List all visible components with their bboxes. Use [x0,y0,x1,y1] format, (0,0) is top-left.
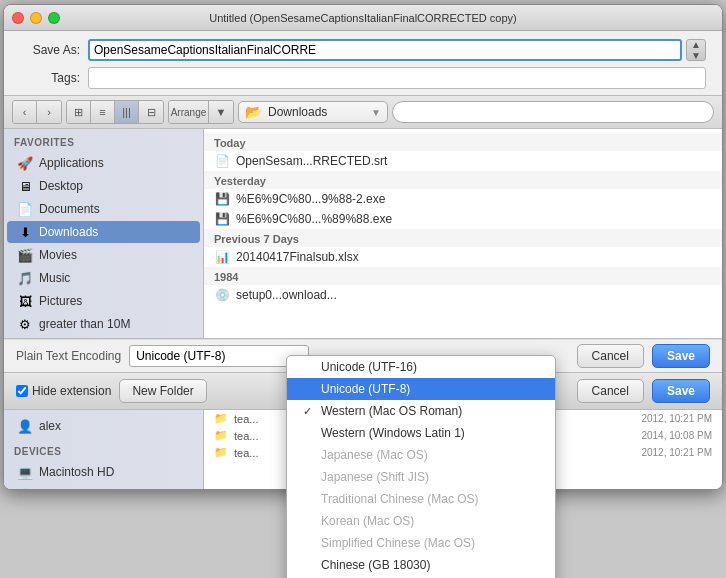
hide-extension-checkbox[interactable] [16,385,28,397]
sidebar-item-desktop-label: Desktop [39,179,83,193]
dropdown-item-simp-chinese[interactable]: Simplified Chinese (Mac OS) [287,532,555,554]
view-button-group: ⊞ ≡ ||| ⊟ [66,100,164,124]
sidebar-item-applications-label: Applications [39,156,104,170]
toolbar: ‹ › ⊞ ≡ ||| ⊟ Arrange ▼ 📂 Downloads ▼ [4,95,722,129]
cancel-button-encoding[interactable]: Cancel [577,344,644,368]
dropdown-item-unicode-utf16[interactable]: Unicode (UTF-16) [287,356,555,378]
new-folder-button[interactable]: New Folder [119,379,206,403]
extra-file-name: tea... [234,447,258,459]
sidebar-item-alex[interactable]: 👤 alex [7,415,200,437]
dropdown-item-trad-chinese[interactable]: Traditional Chinese (Mac OS) [287,488,555,510]
dropdown-item-unicode-utf8[interactable]: Unicode (UTF-8) [287,378,555,400]
dropdown-item-japanese-macos[interactable]: Japanese (Mac OS) [287,444,555,466]
greater10m-icon: ⚙ [17,316,33,332]
extra-file-date: 2012, 10:21 PM [641,413,712,424]
sidebar-item-macintosh-hd[interactable]: 💻 Macintosh HD [7,461,200,483]
dropdown-item-japanese-shiftjis[interactable]: Japanese (Shift JIS) [287,466,555,488]
save-button[interactable]: Save [652,379,710,403]
file-section-header: Today [204,133,722,151]
movies-icon: 🎬 [17,247,33,263]
dropdown-item-label-western-win1: Western (Windows Latin 1) [321,426,465,440]
file-item[interactable]: 💾%E6%9C%80...%89%88.exe [204,209,722,229]
sidebar-item-movies[interactable]: 🎬Movies [7,244,200,266]
arrange-dropdown-button[interactable]: ▼ [209,101,233,123]
dropdown-item-western-win1[interactable]: Western (Windows Latin 1) [287,422,555,444]
sidebar-item-documents-label: Documents [39,202,100,216]
save-as-label: Save As: [20,43,80,57]
file-section-header: Previous 7 Days [204,229,722,247]
file-item[interactable]: 📄OpenSesam...RRECTED.srt [204,151,722,171]
file-icon: 💾 [214,211,230,227]
documents-icon: 📄 [17,201,33,217]
extra-file-date: 2012, 10:21 PM [641,447,712,458]
sidebar-item-greater10m[interactable]: ⚙greater than 10M [7,313,200,335]
close-button[interactable] [12,12,24,24]
dropdown-item-label-japanese-macos: Japanese (Mac OS) [321,448,428,462]
sidebar-item-desktop[interactable]: 🖥Desktop [7,175,200,197]
dropdown-item-label-korean-macos: Korean (Mac OS) [321,514,414,528]
view-list-button[interactable]: ≡ [91,101,115,123]
sidebar-section-title: FAVORITES [4,129,203,151]
arrange-button-group: Arrange ▼ [168,100,234,124]
file-icon: 💾 [214,191,230,207]
spin-button[interactable]: ▲▼ [686,39,706,61]
view-columns-button[interactable]: ||| [115,101,139,123]
sidebar-item-downloads[interactable]: ⬇Downloads [7,221,200,243]
dropdown-item-label-unicode-utf8: Unicode (UTF-8) [321,382,410,396]
save-button-encoding[interactable]: Save [652,344,710,368]
sidebar-item-pictures[interactable]: 🖼Pictures [7,290,200,312]
sidebar-item-music-label: Music [39,271,70,285]
tags-input[interactable] [88,67,706,89]
arrange-button[interactable]: Arrange [169,101,209,123]
sidebar-item-remote-disc-label: Remote Disc [39,488,108,489]
save-as-input[interactable] [88,39,682,61]
sidebar-item-applications[interactable]: 🚀Applications [7,152,200,174]
file-item[interactable]: 📊20140417Finalsub.xlsx [204,247,722,267]
location-dropdown-arrow: ▼ [371,107,381,118]
back-button[interactable]: ‹ [13,101,37,123]
sidebar-item-downloads-label: Downloads [39,225,98,239]
music-icon: 🎵 [17,270,33,286]
file-item[interactable]: 💾%E6%9C%80...9%88-2.exe [204,189,722,209]
sidebar-item-pictures-label: Pictures [39,294,82,308]
tags-label: Tags: [20,71,80,85]
main-content: FAVORITES 🚀Applications🖥Desktop📄Document… [4,129,722,339]
file-name: %E6%9C%80...%89%88.exe [236,212,392,226]
file-name: 20140417Finalsub.xlsx [236,250,359,264]
dropdown-item-label-simp-chinese: Simplified Chinese (Mac OS) [321,536,475,550]
tags-row: Tags: [4,65,722,95]
search-input[interactable] [392,101,714,123]
extra-file-name: tea... [234,413,258,425]
maximize-button[interactable] [48,12,60,24]
sidebar-item-documents[interactable]: 📄Documents [7,198,200,220]
view-icons-button[interactable]: ⊞ [67,101,91,123]
encoding-select-wrap: Unicode (UTF-8) [129,345,309,367]
file-icon: 📄 [214,153,230,169]
file-name: setup0...ownload... [236,288,337,302]
dropdown-item-chinese-gb18030[interactable]: Chinese (GB 18030) [287,554,555,576]
minimize-button[interactable] [30,12,42,24]
file-icon: 💿 [214,287,230,303]
dropdown-item-korean-macos[interactable]: Korean (Mac OS) [287,510,555,532]
devices-section-title: DEVICES [4,438,203,460]
sidebar-item-music[interactable]: 🎵Music [7,267,200,289]
location-icon: 📂 [245,104,262,120]
cancel-button[interactable]: Cancel [577,379,644,403]
location-bar[interactable]: 📂 Downloads ▼ [238,101,388,123]
downloads-icon: ⬇ [17,224,33,240]
sidebar-item-remote-disc[interactable]: 💿 Remote Disc [7,484,200,489]
check-mark: ✓ [303,405,315,418]
hide-extension-label: Hide extension [32,384,111,398]
extra-file-icon: 📁 [214,412,228,425]
view-coverflow-button[interactable]: ⊟ [139,101,163,123]
location-text: Downloads [268,105,365,119]
macintosh-icon: 💻 [17,464,33,480]
sidebar-item-alex-label: alex [39,419,61,433]
user-icon: 👤 [17,418,33,434]
file-item[interactable]: 💿setup0...ownload... [204,285,722,305]
forward-button[interactable]: › [37,101,61,123]
nav-button-group: ‹ › [12,100,62,124]
encoding-select[interactable]: Unicode (UTF-8) [129,345,309,367]
dropdown-item-western-macos[interactable]: ✓Western (Mac OS Roman) [287,400,555,422]
save-as-input-wrap: ▲▼ [88,39,706,61]
